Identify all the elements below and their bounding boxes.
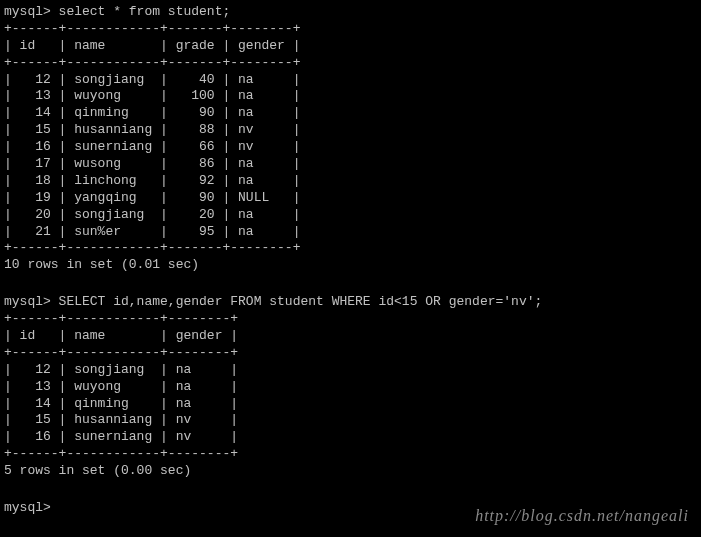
table1-border-top: +------+------------+-------+--------+ bbox=[4, 21, 697, 38]
table2-border-mid: +------+------------+--------+ bbox=[4, 345, 697, 362]
table2-row: | 14 | qinming | na | bbox=[4, 396, 697, 413]
sql-prompt-2: mysql> SELECT id,name,gender FROM studen… bbox=[4, 294, 697, 311]
table1-row: | 13 | wuyong | 100 | na | bbox=[4, 88, 697, 105]
table2-row: | 13 | wuyong | na | bbox=[4, 379, 697, 396]
table2-border-top: +------+------------+--------+ bbox=[4, 311, 697, 328]
watermark-text: http://blog.csdn.net/nangeali bbox=[475, 506, 689, 527]
table1-border-mid: +------+------------+-------+--------+ bbox=[4, 55, 697, 72]
table2-border-bottom: +------+------------+--------+ bbox=[4, 446, 697, 463]
table1-row: | 12 | songjiang | 40 | na | bbox=[4, 72, 697, 89]
table1-row: | 21 | sun%er | 95 | na | bbox=[4, 224, 697, 241]
table1-header: | id | name | grade | gender | bbox=[4, 38, 697, 55]
sql-prompt-1: mysql> select * from student; bbox=[4, 4, 697, 21]
table1-row: | 14 | qinming | 90 | na | bbox=[4, 105, 697, 122]
table1-row: | 19 | yangqing | 90 | NULL | bbox=[4, 190, 697, 207]
table1-row: | 15 | husanniang | 88 | nv | bbox=[4, 122, 697, 139]
table2-header: | id | name | gender | bbox=[4, 328, 697, 345]
status-2: 5 rows in set (0.00 sec) bbox=[4, 463, 697, 480]
table2-row: | 16 | sunerniang | nv | bbox=[4, 429, 697, 446]
table1-row: | 18 | linchong | 92 | na | bbox=[4, 173, 697, 190]
table2-row: | 12 | songjiang | na | bbox=[4, 362, 697, 379]
blank-line bbox=[4, 278, 697, 294]
table2-row: | 15 | husanniang | nv | bbox=[4, 412, 697, 429]
table1-row: | 17 | wusong | 86 | na | bbox=[4, 156, 697, 173]
table1-border-bottom: +------+------------+-------+--------+ bbox=[4, 240, 697, 257]
table1-row: | 16 | sunerniang | 66 | nv | bbox=[4, 139, 697, 156]
status-1: 10 rows in set (0.01 sec) bbox=[4, 257, 697, 274]
blank-line bbox=[4, 484, 697, 500]
table1-row: | 20 | songjiang | 20 | na | bbox=[4, 207, 697, 224]
